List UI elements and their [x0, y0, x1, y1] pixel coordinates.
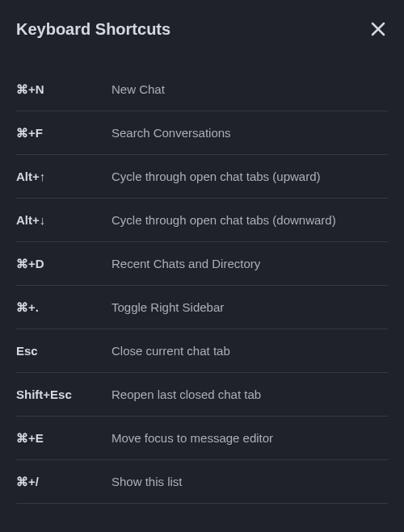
shortcut-description: Close current chat tab: [112, 342, 388, 359]
shortcut-description: Cycle through open chat tabs (downward): [112, 212, 388, 228]
shortcut-key: ⌘+E: [16, 431, 112, 446]
shortcut-description: New Chat: [112, 81, 388, 98]
shortcut-key: Alt+↓: [16, 213, 112, 227]
shortcut-description: Reopen last closed chat tab: [112, 386, 388, 403]
shortcut-key: ⌘+/: [16, 475, 112, 489]
shortcut-key: ⌘+.: [16, 300, 112, 315]
shortcut-description: Toggle Right Sidebar: [112, 299, 388, 316]
shortcut-row: Alt+↑ Cycle through open chat tabs (upwa…: [16, 155, 388, 199]
shortcut-key: ⌘+F: [16, 126, 112, 140]
shortcut-row: ⌘+F Search Conversations: [16, 111, 388, 155]
shortcut-row: ⌘+/ Show this list: [16, 460, 388, 504]
shortcut-key: ⌘+D: [16, 257, 112, 271]
shortcut-row: ⌘+. Toggle Right Sidebar: [16, 286, 388, 329]
close-button[interactable]: [368, 19, 388, 39]
shortcut-key: ⌘+N: [16, 82, 112, 97]
dialog-title: Keyboard Shortcuts: [16, 20, 170, 39]
shortcut-row: Alt+↓ Cycle through open chat tabs (down…: [16, 199, 388, 242]
shortcut-description: Recent Chats and Directory: [112, 255, 388, 272]
dialog-header: Keyboard Shortcuts: [16, 19, 388, 39]
shortcut-key: Shift+Esc: [16, 387, 112, 401]
shortcut-row: ⌘+E Move focus to message editor: [16, 417, 388, 460]
shortcut-row: Esc Close current chat tab: [16, 329, 388, 373]
shortcut-description: Move focus to message editor: [112, 429, 388, 446]
shortcut-row: Shift+Esc Reopen last closed chat tab: [16, 373, 388, 417]
shortcut-description: Search Conversations: [112, 124, 388, 141]
shortcut-row: ⌘+N New Chat: [16, 68, 388, 111]
shortcut-key: Alt+↑: [16, 170, 112, 183]
shortcut-description: Show this list: [112, 473, 388, 490]
shortcut-key: Esc: [16, 344, 112, 358]
shortcut-row: ⌘+D Recent Chats and Directory: [16, 242, 388, 286]
shortcut-list: ⌘+N New Chat ⌘+F Search Conversations Al…: [16, 68, 388, 504]
shortcut-description: Cycle through open chat tabs (upward): [112, 168, 388, 185]
close-icon: [371, 22, 385, 36]
